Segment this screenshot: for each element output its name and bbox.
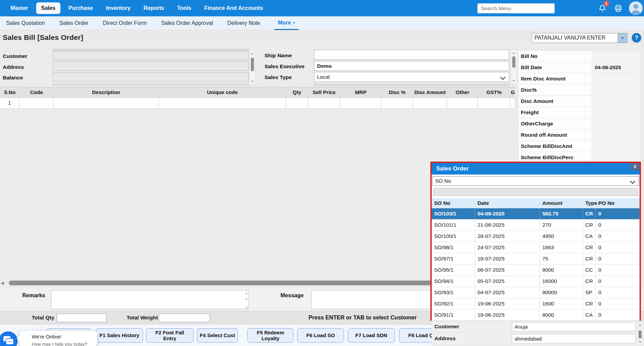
function-button-f1-sales-history[interactable]: F1 Sales History (96, 328, 143, 343)
scroll-down-icon[interactable]: ▼ (245, 298, 248, 301)
address-field[interactable] (53, 62, 249, 71)
subnav-delivery-note[interactable]: Delivery Note (227, 16, 260, 30)
vertical-scrollbar[interactable]: ▲▼ (511, 50, 516, 84)
message-textarea[interactable] (311, 290, 431, 309)
subnav-more[interactable]: More▾ (274, 16, 299, 30)
print-icon[interactable] (614, 4, 623, 13)
scrollbar-thumb[interactable] (251, 58, 254, 71)
function-button-f6-load-so[interactable]: F6 Load SO (297, 328, 344, 343)
sales-type-field[interactable]: Local (314, 72, 509, 82)
summary-value[interactable]: 04-09-2025 (592, 62, 640, 73)
popup-row-so-93-1[interactable]: SO/93/104-07-202580000SP0 (432, 287, 640, 298)
summary-value[interactable] (592, 107, 640, 118)
summary-value[interactable] (592, 118, 640, 129)
scroll-down-icon[interactable]: ▼ (511, 79, 516, 82)
customer-label: Customer (3, 53, 27, 59)
footer-scrollbar-thumb[interactable] (639, 330, 642, 339)
summary-value[interactable] (592, 130, 640, 140)
function-button-f7-load-sdn[interactable]: F7 Load SDN (348, 328, 395, 343)
company-selector[interactable]: PATANJALI VANIJYA ENTER ▾ (532, 33, 627, 43)
column-header-g: G (510, 87, 515, 97)
subnav-sales-quotation[interactable]: Sales Quotation (6, 16, 45, 30)
popup-row-so-95-1[interactable]: SO/95/106-07-20258000CC0 (432, 265, 640, 276)
row1-cell-11[interactable] (510, 98, 515, 108)
column-header-description: Description (54, 87, 159, 97)
summary-value[interactable] (592, 96, 640, 107)
popup-row-so-91-1[interactable]: SO/91/118-06-20258000CA0 (432, 310, 640, 321)
popup-row-so-100-1[interactable]: SO/100/128-07-20254950CA0 (432, 231, 640, 242)
row1-cell-10[interactable] (478, 98, 510, 108)
help-icon[interactable]: ? (632, 33, 641, 43)
resize-handle-icon[interactable] (245, 305, 248, 309)
row1-cell-9[interactable] (447, 98, 478, 108)
nav-tab-inventory[interactable]: Inventory (101, 2, 135, 14)
popup-cell: 0 (596, 276, 640, 287)
search-input[interactable] (477, 3, 555, 13)
nav-tab-tools[interactable]: Tools (172, 2, 196, 14)
customer-field[interactable] (53, 51, 249, 60)
scroll-up-icon[interactable]: ▲ (245, 292, 248, 295)
caret-down-icon[interactable]: ▾ (618, 33, 627, 43)
popup-row-so-92-1[interactable]: SO/92/119-06-20251600CR0 (432, 298, 640, 310)
scroll-up-icon[interactable]: ▲ (638, 323, 643, 327)
function-button-f5-redeem-loyalty[interactable]: F5 Redeem Loyalty (247, 328, 294, 343)
scroll-left-icon[interactable]: ◀ (1, 281, 4, 285)
popup-row-so-103-1[interactable]: SO/103/104-09-2025582.75CR0 (432, 208, 640, 220)
total-weight-input[interactable] (159, 314, 210, 322)
nav-tab-reports[interactable]: Reports (138, 2, 169, 14)
footer-address-input[interactable]: ahmedabad (512, 334, 635, 343)
summary-value[interactable] (592, 73, 640, 84)
function-button-f2-foot-fall-entry[interactable]: F2 Foot Fall Entry (146, 328, 194, 343)
chat-tooltip[interactable]: We're Online! How may I help you today? (19, 331, 97, 346)
scroll-down-icon[interactable]: ▼ (250, 80, 255, 83)
popup-cell: 0 (596, 310, 640, 320)
popup-row-so-101-1[interactable]: SO/101/121-08-2025270CR0 (432, 220, 640, 231)
row1-cell-5[interactable] (308, 98, 340, 108)
popup-cell: SO/93/1 (432, 287, 475, 298)
popup-row-so-94-1[interactable]: SO/94/105-07-202516000CR0 (432, 276, 640, 287)
row1-cell-0[interactable]: 1 (0, 98, 19, 108)
row1-cell-8[interactable] (413, 98, 447, 108)
subnav-label: Sales Order (59, 20, 88, 26)
row1-cell-3[interactable] (159, 98, 286, 108)
scroll-up-icon[interactable]: ▲ (511, 51, 516, 55)
nav-tab-purchase[interactable]: Purchase (63, 2, 98, 14)
nav-tab-finance-and-accounts[interactable]: Finance And Accounts (199, 2, 268, 14)
popup-row-so-97-1[interactable]: SO/97/118-07-202575CR0 (432, 253, 640, 265)
subnav-direct-order-form[interactable]: Direct Order Form (103, 16, 147, 30)
total-weight-label: Total Weight (127, 315, 158, 321)
row1-cell-6[interactable] (340, 98, 381, 108)
summary-value[interactable] (592, 85, 640, 95)
row1-cell-4[interactable] (286, 98, 308, 108)
summary-value[interactable] (592, 141, 640, 152)
vertical-scrollbar[interactable]: ▲▼ (249, 50, 255, 85)
remarks-label: Remarks (22, 292, 45, 299)
balance-field[interactable] (53, 72, 249, 81)
popup-search-input[interactable] (433, 188, 638, 196)
scrollbar-thumb[interactable] (512, 56, 515, 68)
close-icon[interactable]: X (630, 163, 640, 170)
line-items-row-1[interactable]: 1 (0, 98, 515, 109)
popup-filter-select[interactable]: SO No (432, 176, 639, 186)
summary-value[interactable] (592, 51, 640, 62)
sales-executive-field[interactable]: Demo (314, 61, 509, 71)
subnav-sales-order-approval[interactable]: Sales Order Approval (161, 16, 213, 30)
function-button-f4-select-cust[interactable]: F4 Select Cust (197, 328, 238, 343)
ship-name-field[interactable] (314, 50, 509, 60)
footer-customer-input[interactable]: Anuja (512, 322, 635, 331)
popup-cell: 05-07-2025 (475, 276, 540, 287)
row1-cell-1[interactable] (19, 98, 54, 108)
footer-vertical-scrollbar[interactable]: ▲ ▼ (637, 322, 643, 345)
user-avatar[interactable] (629, 1, 643, 15)
nav-tab-sales[interactable]: Sales (36, 2, 61, 14)
remarks-textarea[interactable]: ▲ ▼ (51, 290, 249, 309)
nav-tab-master[interactable]: Master (5, 2, 33, 14)
row1-cell-2[interactable] (54, 98, 159, 108)
total-qty-input[interactable] (57, 314, 106, 322)
subnav-sales-order[interactable]: Sales Order (59, 16, 88, 30)
popup-row-so-98-1[interactable]: SO/98/124-07-20251663CR0 (432, 242, 640, 253)
scroll-down-icon[interactable]: ▼ (638, 340, 643, 344)
row1-cell-7[interactable] (381, 98, 413, 108)
popup-cell: SP (583, 287, 596, 298)
scroll-up-icon[interactable]: ▲ (250, 52, 255, 55)
